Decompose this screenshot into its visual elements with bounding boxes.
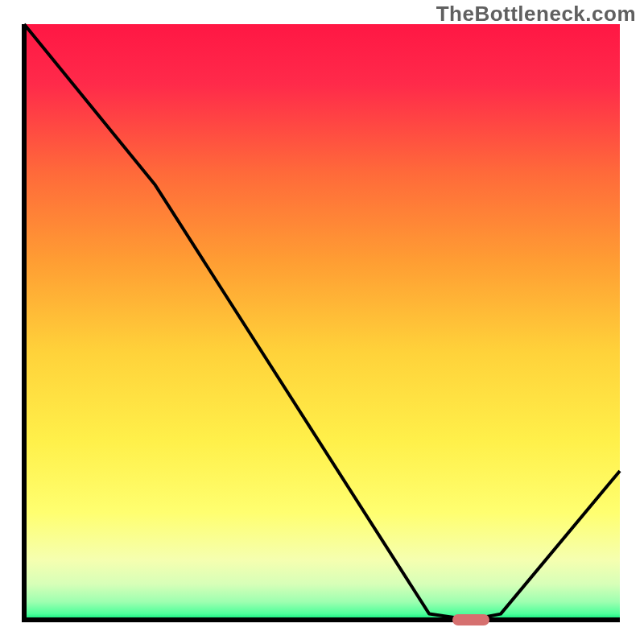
optimal-marker xyxy=(452,614,489,625)
bottleneck-chart xyxy=(0,0,644,644)
gradient-background xyxy=(24,24,620,620)
watermark-text: TheBottleneck.com xyxy=(436,2,636,27)
chart-container: TheBottleneck.com xyxy=(0,0,644,644)
